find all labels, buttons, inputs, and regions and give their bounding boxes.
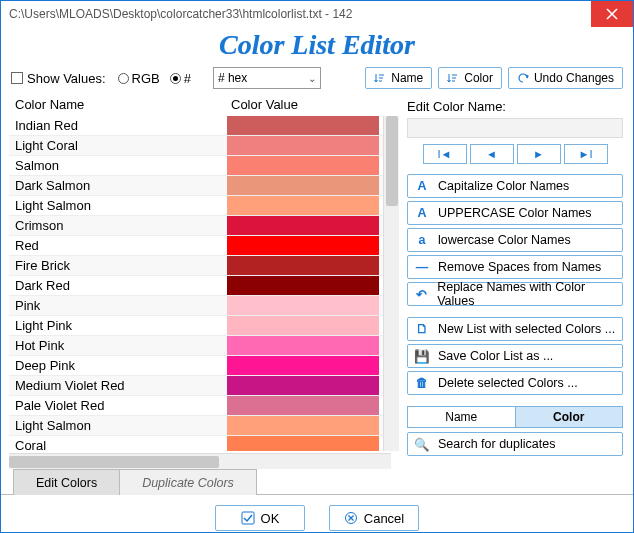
table-row[interactable]: Indian Red [9, 116, 399, 136]
cancel-button[interactable]: Cancel [329, 505, 419, 531]
color-swatch [227, 376, 379, 395]
show-values-checkbox[interactable]: Show Values: [11, 71, 106, 86]
color-swatch [227, 156, 379, 175]
checkbox-icon [11, 72, 23, 84]
undo-button[interactable]: Undo Changes [508, 67, 623, 89]
color-name-cell: Coral [9, 436, 227, 451]
dup-toggle-name[interactable]: Name [407, 406, 515, 428]
titlebar: C:\Users\MLOADS\Desktop\colorcatcher33\h… [1, 1, 633, 27]
sort-name-button[interactable]: Name [365, 67, 432, 89]
replace-names-button[interactable]: ↶Replace Names with Color Values [407, 282, 623, 306]
new-list-button[interactable]: 🗋New List with selected Colors ... [407, 317, 623, 341]
color-name-cell: Light Salmon [9, 196, 227, 215]
table-row[interactable]: Salmon [9, 156, 399, 176]
sort-name-label: Name [391, 71, 423, 85]
letter-a-icon: a [414, 233, 430, 247]
radio-icon [118, 73, 129, 84]
table-row[interactable]: Deep Pink [9, 356, 399, 376]
remove-spaces-label: Remove Spaces from Names [438, 260, 601, 274]
vertical-scrollbar[interactable] [383, 116, 399, 451]
cancel-icon [344, 511, 358, 525]
color-name-cell: Medium Violet Red [9, 376, 227, 395]
table-row[interactable]: Pink [9, 296, 399, 316]
table-row[interactable]: Dark Salmon [9, 176, 399, 196]
delete-selected-button[interactable]: 🗑Delete selected Colors ... [407, 371, 623, 395]
capitalize-button[interactable]: ACapitalize Color Names [407, 174, 623, 198]
save-icon: 💾 [414, 349, 430, 364]
remove-spaces-button[interactable]: —Remove Spaces from Names [407, 255, 623, 279]
color-swatch [227, 136, 379, 155]
radio-icon [170, 73, 181, 84]
chevron-down-icon: ⌄ [308, 73, 316, 84]
format-combo[interactable]: # hex ⌄ [213, 67, 321, 89]
table-row[interactable]: Hot Pink [9, 336, 399, 356]
nav-prev-button[interactable]: ◄ [470, 144, 514, 164]
file-icon: 🗋 [414, 322, 430, 336]
save-as-label: Save Color List as ... [438, 349, 553, 363]
tab-edit-colors[interactable]: Edit Colors [13, 469, 120, 495]
horizontal-scrollbar[interactable] [9, 453, 391, 469]
sort-color-button[interactable]: Color [438, 67, 502, 89]
letter-a-icon: A [414, 179, 430, 193]
table-row[interactable]: Light Pink [9, 316, 399, 336]
edit-name-input[interactable] [407, 118, 623, 138]
save-as-button[interactable]: 💾Save Color List as ... [407, 344, 623, 368]
color-name-cell: Pink [9, 296, 227, 315]
cancel-label: Cancel [364, 511, 404, 526]
dup-toggle-color[interactable]: Color [515, 406, 624, 428]
close-button[interactable] [591, 1, 633, 27]
rgb-radio[interactable]: RGB [118, 71, 160, 86]
table-row[interactable]: Medium Violet Red [9, 376, 399, 396]
replace-names-label: Replace Names with Color Values [437, 280, 616, 308]
nav-next-button[interactable]: ► [517, 144, 561, 164]
table-row[interactable]: Coral [9, 436, 399, 451]
svg-rect-0 [242, 512, 254, 524]
color-swatch [227, 256, 379, 275]
combo-value: # hex [218, 71, 247, 85]
uppercase-label: UPPERCASE Color Names [438, 206, 592, 220]
table-row[interactable]: Red [9, 236, 399, 256]
color-name-cell: Light Salmon [9, 416, 227, 435]
color-grid-panel: Color Name Color Value Indian RedLight C… [1, 95, 399, 469]
nav-last-button[interactable]: ►I [564, 144, 608, 164]
edit-name-label: Edit Color Name: [407, 99, 623, 114]
color-swatch [227, 436, 379, 451]
table-row[interactable]: Pale Violet Red [9, 396, 399, 416]
sort-icon [447, 72, 459, 84]
table-row[interactable]: Crimson [9, 216, 399, 236]
col-value-header: Color Value [231, 97, 298, 112]
trash-icon: 🗑 [414, 376, 430, 390]
rgb-label: RGB [132, 71, 160, 86]
minus-icon: — [414, 260, 430, 274]
table-row[interactable]: Light Coral [9, 136, 399, 156]
table-row[interactable]: Dark Red [9, 276, 399, 296]
color-swatch [227, 296, 379, 315]
search-duplicates-label: Search for duplicates [438, 437, 555, 451]
color-swatch [227, 336, 379, 355]
color-name-cell: Red [9, 236, 227, 255]
new-list-label: New List with selected Colors ... [438, 322, 615, 336]
nav-first-button[interactable]: I◄ [423, 144, 467, 164]
color-grid[interactable]: Indian RedLight CoralSalmonDark SalmonLi… [9, 116, 399, 451]
search-duplicates-button[interactable]: 🔍Search for duplicates [407, 432, 623, 456]
table-row[interactable]: Light Salmon [9, 196, 399, 216]
undo-arrow-icon: ↶ [414, 287, 429, 302]
table-row[interactable]: Light Salmon [9, 416, 399, 436]
color-name-cell: Crimson [9, 216, 227, 235]
color-swatch [227, 276, 379, 295]
color-swatch [227, 196, 379, 215]
color-swatch [227, 316, 379, 335]
uppercase-button[interactable]: AUPPERCASE Color Names [407, 201, 623, 225]
tab-duplicate-colors[interactable]: Duplicate Colors [119, 469, 257, 495]
color-swatch [227, 116, 379, 135]
color-name-cell: Light Pink [9, 316, 227, 335]
table-row[interactable]: Fire Brick [9, 256, 399, 276]
hash-radio[interactable]: # [170, 71, 191, 86]
ok-label: OK [261, 511, 280, 526]
sort-icon [374, 72, 386, 84]
capitalize-label: Capitalize Color Names [438, 179, 569, 193]
color-name-cell: Light Coral [9, 136, 227, 155]
toolbar: Show Values: RGB # # hex ⌄ Name Color Un… [1, 65, 633, 95]
lowercase-button[interactable]: alowercase Color Names [407, 228, 623, 252]
ok-button[interactable]: OK [215, 505, 305, 531]
